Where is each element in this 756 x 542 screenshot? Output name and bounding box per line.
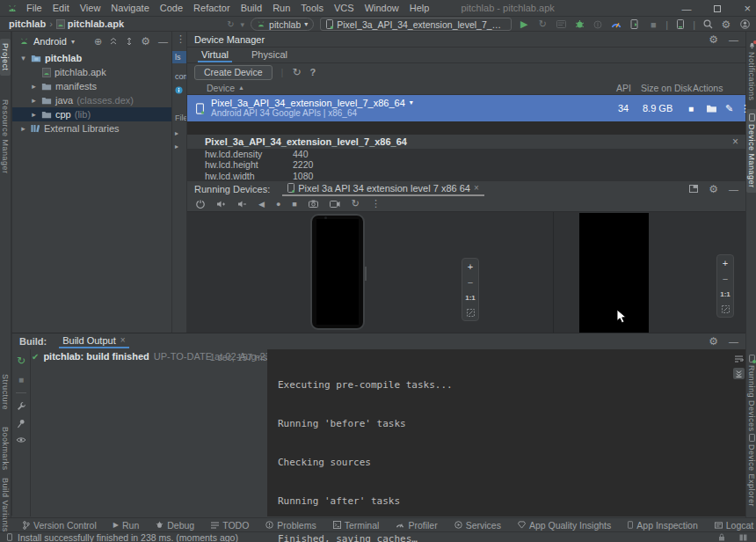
- toolbar-item-version-control[interactable]: Version Control: [23, 520, 97, 531]
- breadcrumb-project[interactable]: pitchlab: [9, 18, 46, 29]
- debug-button[interactable]: [573, 19, 585, 29]
- snapshots-icon[interactable]: ↻: [352, 198, 360, 209]
- tab-build-output[interactable]: Build Output ×: [59, 335, 128, 348]
- float-window-icon[interactable]: [689, 185, 698, 193]
- collapse-all-icon[interactable]: [109, 37, 118, 46]
- toolbar-item-app-quality-insights[interactable]: App Quality Insights: [518, 520, 611, 531]
- tree-item-java[interactable]: ▸ java (classes.dex): [12, 93, 171, 107]
- hide-running-devices-icon[interactable]: —: [729, 184, 738, 194]
- toolbar-item-services[interactable]: Services: [454, 520, 501, 531]
- emulator-second-display[interactable]: [579, 213, 649, 333]
- hide-build-panel-icon[interactable]: —: [729, 336, 738, 347]
- module-selector[interactable]: pitchlab ▾: [251, 18, 314, 31]
- help-icon[interactable]: ?: [309, 67, 316, 77]
- tab-virtual[interactable]: Virtual: [201, 49, 229, 62]
- device-row[interactable]: Pixel_3a_API_34_extension_level_7_x86_64…: [187, 95, 745, 121]
- sidebar-item-project[interactable]: Project: [0, 39, 11, 76]
- sidebar-item-structure[interactable]: Structure: [0, 370, 11, 414]
- toolbar-item-logcat[interactable]: Logcat: [715, 520, 754, 531]
- menu-vcs[interactable]: VCS: [332, 3, 356, 13]
- filter-eye-icon[interactable]: [16, 436, 26, 443]
- fit-screen-icon[interactable]: [467, 309, 475, 317]
- close-details-icon[interactable]: ×: [732, 136, 738, 148]
- menu-tools[interactable]: Tools: [299, 3, 325, 13]
- project-settings-gear-icon[interactable]: ⚙: [141, 35, 150, 48]
- zoom-in-button[interactable]: +: [723, 259, 728, 267]
- zoom-reset-button[interactable]: 1:1: [720, 290, 731, 298]
- sidebar-item-device-manager[interactable]: Device Manager: [746, 109, 756, 193]
- screenshot-camera-icon[interactable]: [309, 200, 318, 208]
- toolbar-item-app-inspection[interactable]: App Inspection: [628, 520, 697, 531]
- overview-button-icon[interactable]: ■: [292, 200, 296, 209]
- device-manager-gear-icon[interactable]: ⚙: [709, 33, 718, 46]
- device-more-actions-icon[interactable]: ⋮: [740, 103, 750, 114]
- project-view-selector[interactable]: Android: [33, 36, 67, 47]
- stop-device-icon[interactable]: ■: [688, 104, 694, 114]
- settings-icon[interactable]: ⚙: [720, 18, 732, 31]
- tree-item-external-libraries[interactable]: ▸ External Libraries: [12, 121, 171, 136]
- hide-project-panel-icon[interactable]: —: [158, 36, 168, 47]
- tree-item-manifests[interactable]: ▸ manifests: [12, 79, 171, 93]
- history-chevron-icon[interactable]: ▾: [241, 20, 245, 29]
- menu-help[interactable]: Help: [408, 3, 432, 13]
- menu-edit[interactable]: Edit: [51, 3, 71, 13]
- sidebar-item-notifications[interactable]: Notifications: [746, 37, 756, 106]
- menu-build[interactable]: Build: [239, 3, 264, 13]
- device-expand-chevron-icon[interactable]: ▾: [410, 98, 413, 108]
- soft-wrap-icon[interactable]: [734, 355, 744, 363]
- sidebar-item-device-explorer[interactable]: Device Explorer: [746, 429, 756, 511]
- status-message[interactable]: Install successfully finished in 238 ms.…: [18, 532, 238, 542]
- device-manager-toolbar-icon[interactable]: [674, 19, 687, 29]
- column-api[interactable]: API: [616, 83, 631, 93]
- zoom-out-button[interactable]: −: [468, 278, 473, 287]
- run-button[interactable]: ▶: [518, 18, 530, 30]
- running-device-tab[interactable]: Pixel 3a API 34 extension level 7 x86 64…: [282, 183, 484, 195]
- reader-mode-icon[interactable]: [739, 534, 747, 541]
- editor-tab-fragment[interactable]: ls: [172, 51, 186, 63]
- column-device[interactable]: Device: [187, 83, 235, 93]
- view-chevron-icon[interactable]: ▾: [71, 38, 75, 46]
- create-device-button[interactable]: Create Device: [194, 65, 273, 80]
- rerun-build-icon[interactable]: ↻: [17, 355, 25, 367]
- tree-item-pitchlab-apk[interactable]: pitchlab.apk: [12, 65, 171, 79]
- toolbar-item-run[interactable]: ▶ Run: [113, 520, 139, 531]
- sidebar-item-running-devices[interactable]: Running Devices: [746, 350, 756, 436]
- attach-debugger-icon[interactable]: [592, 20, 604, 29]
- hide-device-manager-icon[interactable]: —: [729, 34, 738, 45]
- close-tab-icon[interactable]: ×: [474, 183, 479, 193]
- menu-code[interactable]: Code: [158, 3, 185, 13]
- build-console[interactable]: Executing pre-compile tasks... Running '…: [267, 349, 733, 516]
- toolbar-item-debug[interactable]: Debug: [156, 520, 194, 531]
- expand-settings-icon[interactable]: [125, 37, 134, 46]
- device-sync-icon[interactable]: [629, 19, 641, 29]
- profiler-icon[interactable]: [610, 20, 622, 28]
- volume-up-icon[interactable]: [216, 200, 226, 209]
- menu-view[interactable]: View: [78, 3, 103, 13]
- volume-down-icon[interactable]: [237, 200, 247, 209]
- device-selector[interactable]: Pixel_3a_API_34_extension_level_7_x86…: [320, 18, 512, 31]
- home-button-icon[interactable]: ●: [276, 200, 280, 209]
- screen-record-icon[interactable]: [330, 201, 340, 208]
- apply-changes-icon[interactable]: ↻: [536, 18, 549, 30]
- toolbar-item-terminal[interactable]: Terminal: [333, 520, 380, 531]
- refresh-devices-icon[interactable]: ↻: [292, 66, 301, 78]
- edit-device-icon[interactable]: ✎: [725, 103, 733, 114]
- running-devices-gear-icon[interactable]: ⚙: [709, 183, 718, 195]
- toolbar-item-profiler[interactable]: Profiler: [396, 520, 437, 531]
- stop-button[interactable]: ■: [647, 19, 659, 30]
- emulator-phone-frame[interactable]: [310, 214, 365, 330]
- menu-window[interactable]: Window: [363, 3, 401, 13]
- sidebar-item-bookmarks[interactable]: Bookmarks: [0, 422, 11, 475]
- power-button-icon[interactable]: [196, 200, 205, 209]
- locate-file-icon[interactable]: ⊕: [94, 36, 102, 48]
- build-settings-wrench-icon[interactable]: [17, 401, 26, 411]
- history-icon[interactable]: ↻: [227, 19, 234, 29]
- back-button-icon[interactable]: ◀: [258, 200, 265, 209]
- close-window-icon[interactable]: ×: [744, 2, 751, 15]
- emulator-more-icon[interactable]: ⋮: [371, 198, 381, 209]
- zoom-out-button[interactable]: −: [723, 275, 728, 283]
- fit-screen-icon[interactable]: [722, 305, 730, 313]
- close-tab-icon[interactable]: ×: [120, 335, 126, 345]
- stop-build-icon[interactable]: ■: [18, 375, 24, 385]
- search-everywhere-icon[interactable]: [701, 19, 714, 29]
